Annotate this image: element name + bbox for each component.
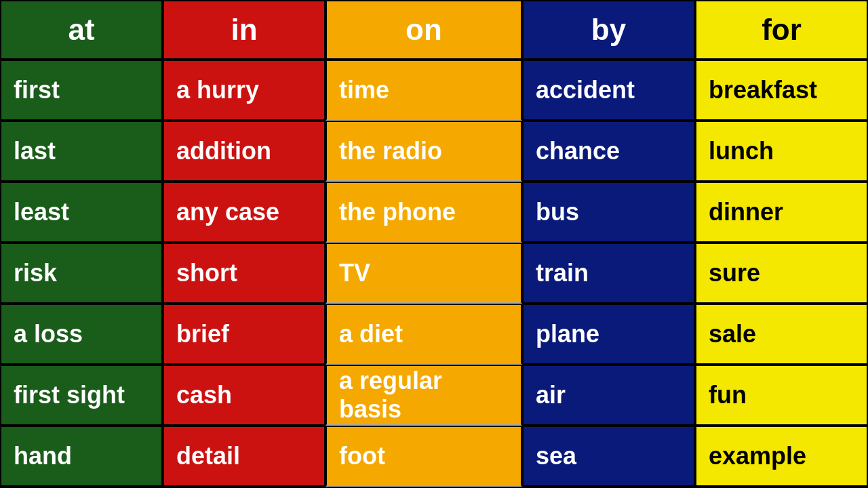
table-row: bus [522,182,695,243]
header-by: by [522,0,695,60]
table-row: chance [522,121,695,182]
table-row: accident [522,60,695,121]
header-on: on [326,0,522,60]
table-row: plane [522,304,695,365]
table-row: the radio [326,121,522,182]
table-row: hand [0,426,163,487]
table-row: lunch [695,121,868,182]
table-row: fun [695,365,868,426]
table-row: a hurry [163,60,326,121]
header-for: for [695,0,868,60]
table-row: first sight [0,365,163,426]
table-row: cash [163,365,326,426]
table-row: brief [163,304,326,365]
table-row: last [0,121,163,182]
table-row: sure [695,243,868,304]
table-row: short [163,243,326,304]
table-row: sale [695,304,868,365]
table-row: time [326,60,522,121]
table-row: the phone [326,182,522,243]
table-row: example [695,426,868,487]
preposition-table: at in on by for first a hurry time accid… [0,0,868,488]
table-row: TV [326,243,522,304]
header-in: in [163,0,326,60]
table-row: foot [326,426,522,487]
table-row: a loss [0,304,163,365]
table-row: dinner [695,182,868,243]
table-row: a regular basis [326,365,522,426]
table-row: breakfast [695,60,868,121]
table-row: risk [0,243,163,304]
header-at: at [0,0,163,60]
table-row: train [522,243,695,304]
table-row: detail [163,426,326,487]
table-row: sea [522,426,695,487]
table-row: a diet [326,304,522,365]
table-row: least [0,182,163,243]
table-row: air [522,365,695,426]
table-row: addition [163,121,326,182]
table-row: any case [163,182,326,243]
table-row: first [0,60,163,121]
